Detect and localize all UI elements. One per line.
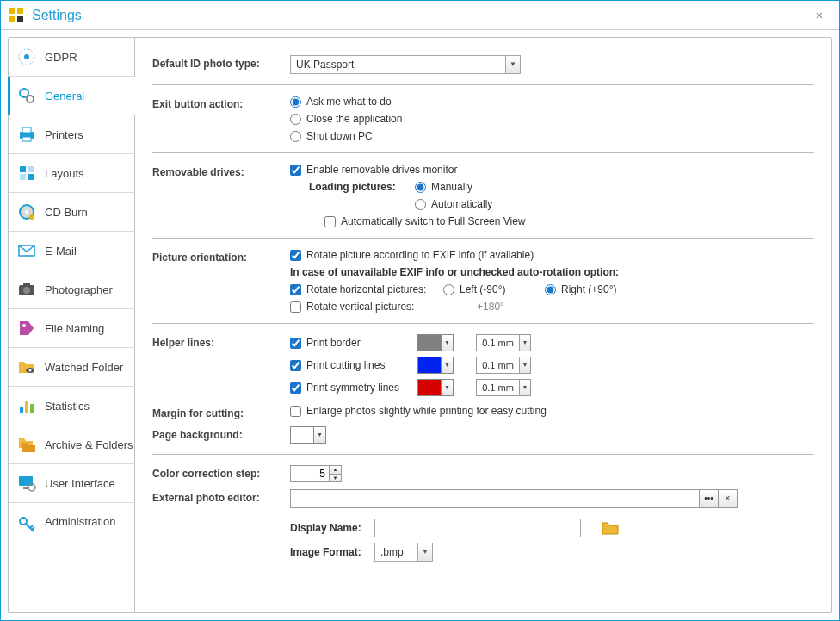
loading-radio-manual[interactable]: Manually [415,181,472,193]
svg-point-20 [23,287,30,294]
print-cutting-checkbox[interactable]: Print cutting lines [290,359,411,371]
bar-chart-icon [17,396,36,415]
sidebar-item-label: Statistics [45,400,90,413]
grid-icon [17,164,36,183]
svg-point-7 [27,96,34,102]
svg-rect-1 [17,8,23,14]
auto-fullscreen-checkbox[interactable]: Automatically switch to Full Screen View [324,215,526,227]
sidebar-item-statistics[interactable]: Statistics [9,387,135,425]
display-name-input[interactable] [374,519,581,537]
cutting-color-picker[interactable]: ▼ [417,357,454,374]
default-photo-type-combo[interactable]: UK Passport ▼ [290,55,814,74]
sidebar-item-email[interactable]: E-Mail [9,232,135,270]
close-button[interactable]: × [800,8,839,22]
sidebar-item-admin[interactable]: Administration [9,503,135,612]
folder-icon[interactable] [602,521,619,535]
sidebar-item-label: Printers [45,128,83,141]
chevron-down-icon: ▼ [519,379,531,396]
enlarge-photos-checkbox[interactable]: Enlarge photos slightly while printing f… [290,405,814,417]
sidebar-item-archive[interactable]: Archive & Folders [9,425,135,464]
sidebar-item-printers[interactable]: Printers [9,115,135,154]
svg-rect-29 [23,487,28,489]
spin-down-icon[interactable]: ▼ [330,474,342,482]
orientation-note: In case of unavailable EXIF info or unch… [290,266,814,278]
page-background-label: Page background: [152,426,290,441]
sidebar-item-layouts[interactable]: Layouts [9,154,135,193]
rotate-right-radio[interactable]: Right (+90°) [545,283,617,295]
chevron-down-icon: ▼ [505,55,521,74]
loading-pictures-label: Loading pictures: [309,181,408,193]
sidebar-item-cdburn[interactable]: CD Burn [9,193,135,232]
sidebar-item-label: Administration [45,515,115,528]
titlebar: Settings × [1,1,839,30]
exit-radio-close[interactable]: Close the application [290,113,814,125]
loading-radio-auto[interactable]: Automatically [415,198,492,210]
sidebar-item-filenaming[interactable]: File Naming [9,309,135,348]
print-symmetry-checkbox[interactable]: Print symmetry lines [290,382,411,394]
border-width-combo[interactable]: 0.1 mm▼ [476,334,531,351]
chevron-down-icon: ▼ [442,357,454,374]
spin-up-icon[interactable]: ▲ [330,465,342,474]
browse-button[interactable]: ••• [700,489,719,508]
sidebar-item-watched[interactable]: Watched Folder [9,348,135,387]
euro-stars-icon [17,47,36,66]
clear-button[interactable]: × [719,489,738,508]
svg-rect-2 [9,16,15,22]
sidebar-item-ui[interactable]: User Interface [9,464,135,503]
sidebar-item-photographer[interactable]: Photographer [9,270,135,309]
chevron-down-icon: ▼ [417,543,433,562]
svg-rect-14 [28,174,34,180]
symmetry-color-picker[interactable]: ▼ [417,379,454,396]
removable-drives-label: Removable drives: [152,164,290,178]
sidebar-item-label: Photographer [45,283,113,296]
sidebar-item-general[interactable]: General [9,77,135,115]
printer-icon [17,125,36,144]
exit-radio-shutdown[interactable]: Shut down PC [290,130,814,142]
page-bg-color-picker[interactable]: ▼ [290,426,814,444]
helper-lines-label: Helper lines: [152,334,290,349]
svg-rect-9 [22,127,31,133]
print-border-checkbox[interactable]: Print border [290,337,411,349]
gears-icon [17,86,36,105]
rotate-left-radio[interactable]: Left (-90°) [443,283,538,295]
enable-removable-checkbox[interactable]: Enable removable drives monitor [290,164,814,176]
image-format-combo[interactable]: .bmp ▼ [374,543,433,562]
folders-icon [17,435,36,454]
sidebar-item-label: CD Burn [45,206,88,219]
orientation-label: Picture orientation: [152,249,290,264]
sidebar-item-label: General [45,90,84,102]
svg-rect-26 [25,401,28,413]
color-correction-value[interactable] [290,465,330,482]
rotate-vertical-checkbox[interactable]: Rotate vertical pictures: [290,301,436,313]
display-name-label: Display Name: [290,522,368,534]
svg-rect-3 [17,16,23,22]
app-icon [8,7,25,24]
exit-radio-ask[interactable]: Ask me what to do [290,96,814,108]
exit-action-label: Exit button action: [152,96,290,110]
border-color-picker[interactable]: ▼ [417,334,454,351]
sidebar-item-label: User Interface [45,477,115,490]
sidebar-item-label: Watched Folder [45,361,123,374]
margin-cutting-label: Margin for cutting: [152,405,290,419]
color-correction-spinner[interactable]: ▲▼ [290,465,814,482]
svg-point-17 [29,214,34,220]
default-photo-type-label: Default ID photo type: [152,55,290,70]
svg-point-24 [29,369,32,372]
sidebar-item-label: GDPR [45,51,77,64]
external-editor-input[interactable] [290,489,700,508]
svg-rect-0 [9,8,15,14]
rotate-horizontal-checkbox[interactable]: Rotate horizontal pictures: [290,283,436,295]
svg-rect-11 [20,166,26,172]
sidebar-item-label: E-Mail [45,245,77,258]
svg-rect-25 [20,407,23,413]
camera-icon [17,280,36,299]
chevron-down-icon: ▼ [442,334,454,351]
symmetry-width-combo[interactable]: 0.1 mm▼ [476,379,531,396]
svg-rect-27 [30,404,34,413]
cutting-width-combo[interactable]: 0.1 mm▼ [476,357,531,374]
disc-icon [17,202,36,221]
rotate-exif-checkbox[interactable]: Rotate picture according to EXIF info (i… [290,249,814,261]
svg-point-31 [20,518,27,525]
sidebar-item-gdpr[interactable]: GDPR [9,38,135,77]
monitor-gear-icon [17,474,36,493]
